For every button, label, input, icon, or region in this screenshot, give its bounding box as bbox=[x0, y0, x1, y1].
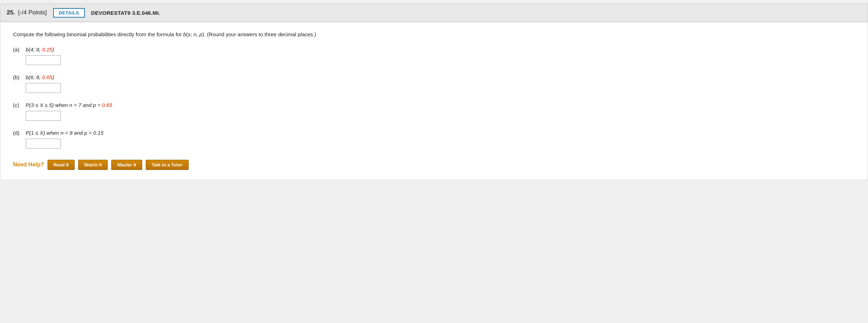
master-it-button[interactable]: Master It bbox=[111, 160, 142, 170]
part-d-input[interactable] bbox=[26, 139, 61, 148]
part-b-input[interactable] bbox=[26, 83, 61, 93]
question-instruction: Compute the following binomial probabili… bbox=[13, 31, 855, 39]
part-d-letter: (d) bbox=[13, 130, 23, 136]
question-number: 25. [-/4 Points] bbox=[7, 9, 47, 16]
details-button[interactable]: DETAILS bbox=[53, 8, 85, 18]
part-c: (c) P(3 ≤ X ≤ 5) when n = 7 and p = 0.65 bbox=[13, 102, 855, 121]
part-a-input[interactable] bbox=[26, 55, 61, 65]
part-d-math: P(1 ≤ X) when n = 9 and p = 0.15 bbox=[26, 130, 103, 136]
talk-to-tutor-button[interactable]: Talk to a Tutor bbox=[146, 160, 189, 170]
read-it-button[interactable]: Read It bbox=[48, 160, 75, 170]
need-help-label: Need Help? bbox=[13, 162, 44, 168]
page-wrapper: 25. [-/4 Points] DETAILS DEVORESTAT9 3.E… bbox=[0, 0, 868, 323]
part-b-letter: (b) bbox=[13, 74, 23, 80]
question-header: 25. [-/4 Points] DETAILS DEVORESTAT9 3.E… bbox=[0, 4, 868, 22]
part-a: (a) b(4; 8, 0.25) bbox=[13, 46, 855, 65]
watch-it-button[interactable]: Watch It bbox=[78, 160, 108, 170]
part-c-math: P(3 ≤ X ≤ 5) when n = 7 and p = 0.65 bbox=[26, 102, 112, 108]
part-a-math: b(4; 8, 0.25) bbox=[26, 46, 54, 52]
part-c-label: (c) P(3 ≤ X ≤ 5) when n = 7 and p = 0.65 bbox=[13, 102, 855, 108]
part-d-label: (d) P(1 ≤ X) when n = 9 and p = 0.15 bbox=[13, 130, 855, 136]
part-b: (b) b(6; 8, 0.65) bbox=[13, 74, 855, 93]
question-body: Compute the following binomial probabili… bbox=[0, 22, 868, 180]
part-d: (d) P(1 ≤ X) when n = 9 and p = 0.15 bbox=[13, 130, 855, 148]
part-c-letter: (c) bbox=[13, 102, 23, 108]
part-b-math: b(6; 8, 0.65) bbox=[26, 74, 54, 80]
part-a-label: (a) b(4; 8, 0.25) bbox=[13, 46, 855, 52]
question-id: DEVORESTAT9 3.E.046.MI. bbox=[91, 10, 160, 16]
part-a-letter: (a) bbox=[13, 46, 23, 52]
help-row: Need Help? Read It Watch It Master It Ta… bbox=[13, 158, 855, 170]
part-c-input[interactable] bbox=[26, 111, 61, 121]
part-b-label: (b) b(6; 8, 0.65) bbox=[13, 74, 855, 80]
